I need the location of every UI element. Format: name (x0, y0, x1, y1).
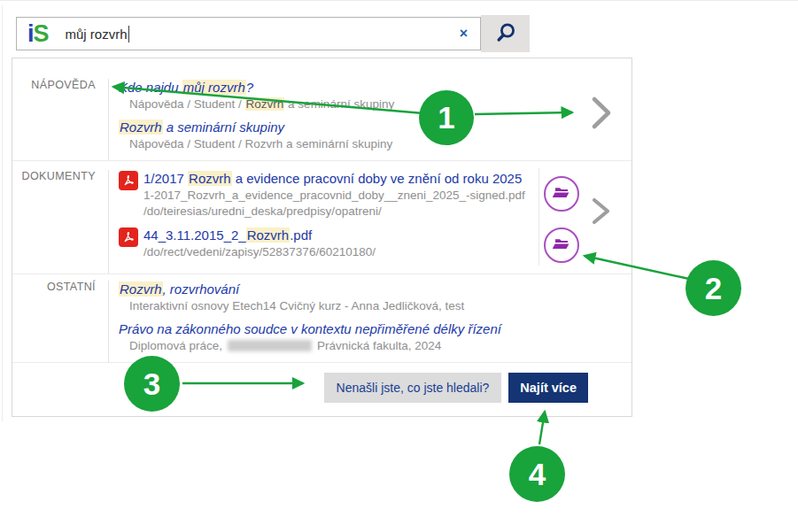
section-label-napoveda: NÁPOVĚDA (12, 79, 109, 160)
section-napoveda: NÁPOVĚDA Kde najdu můj rozvrh? Nápověda … (12, 58, 631, 160)
search-input[interactable]: iS můj rozvrh × (16, 17, 481, 50)
other-result-1-description: Interaktivní osnovy Etech14 Cvičný kurz … (119, 297, 631, 314)
callout-badge-1: 1 (419, 90, 474, 145)
other-result-2-description: Diplomová práce,Právnická fakulta, 2024 (119, 337, 631, 354)
document-result-1-filename: 1-2017_Rozvrh_a_evidence_pracovnid_doby_… (143, 188, 525, 204)
other-result-2: Právo na zákonného soudce v kontextu nep… (119, 320, 631, 354)
clear-search-icon[interactable]: × (460, 18, 468, 50)
other-result-1-link[interactable]: Rozvrh, rozvrhování (119, 281, 239, 297)
help-result-2-link[interactable]: Rozvrh a seminární skupiny (119, 119, 284, 135)
open-folder-button-2[interactable] (544, 227, 579, 263)
search-query-text: můj rozvrh (66, 26, 129, 42)
find-more-button[interactable]: Najít více (508, 373, 588, 403)
help-result-2-breadcrumb: Nápověda / Student / Rozvrh a seminární … (119, 135, 631, 152)
redacted-name (228, 340, 312, 351)
document-result-2-link[interactable]: 44_3.11.2015_2_Rozvrh.pdf (143, 227, 312, 243)
chevron-right-icon-dokumenty[interactable] (591, 197, 612, 227)
document-result-2-path: /do/rect/vedeni/zapisy/52837376/60210180… (143, 244, 376, 260)
help-result-2: Rozvrh a seminární skupiny Nápověda / St… (119, 119, 631, 152)
is-logo: iS (27, 22, 49, 46)
folder-icon (553, 236, 570, 255)
document-result-1-link[interactable]: 1/2017 Rozvrh a evidence pracovní doby v… (143, 170, 522, 187)
section-ostatni: OSTATNÍ Rozvrh, rozvrhování Interaktivní… (12, 274, 631, 362)
callout-badge-3: 3 (124, 356, 180, 412)
pdf-icon (119, 171, 138, 190)
magnifier-icon (494, 21, 517, 47)
help-result-1-breadcrumb: Nápověda / Student / Rozvrh a seminární … (119, 96, 631, 112)
help-result-1: Kde najdu můj rozvrh? Nápověda / Student… (119, 79, 631, 112)
section-label-dokumenty: DOKUMENTY (12, 170, 109, 274)
document-result-1-path: /do/teiresias/uredni_deska/predpisy/opat… (143, 204, 525, 220)
panel-footer: Nenašli jste, co jste hledali? Najít víc… (12, 362, 631, 416)
folder-icon (553, 185, 570, 204)
page-top-edge (0, 0, 798, 1)
section-label-ostatni: OSTATNÍ (12, 281, 109, 362)
documents-actions-divider (538, 168, 539, 266)
open-folder-button-1[interactable] (544, 176, 579, 212)
chevron-right-icon-napoveda[interactable] (590, 96, 613, 131)
help-result-1-link[interactable]: Kde najdu můj rozvrh? (119, 79, 253, 96)
other-result-2-link[interactable]: Právo na zákonného soudce v kontextu nep… (119, 320, 501, 337)
other-result-1: Rozvrh, rozvrhování Interaktivní osnovy … (119, 281, 631, 314)
callout-badge-2: 2 (686, 260, 741, 316)
search-button[interactable] (481, 15, 530, 52)
not-found-button[interactable]: Nenašli jste, co jste hledali? (324, 373, 502, 403)
text-caret (128, 26, 129, 42)
page-left-edge (2, 5, 3, 421)
pdf-icon (119, 227, 138, 247)
callout-badge-4: 4 (509, 446, 565, 502)
